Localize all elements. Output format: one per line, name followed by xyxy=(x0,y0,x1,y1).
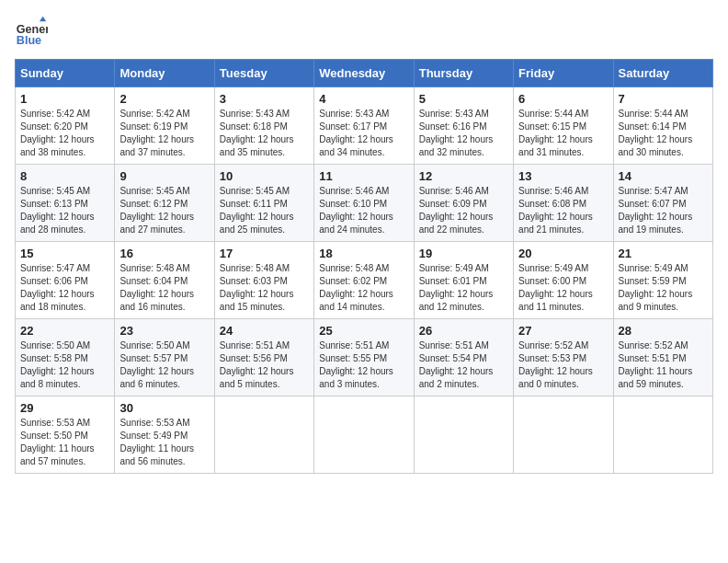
calendar-cell xyxy=(314,396,414,474)
day-number: 12 xyxy=(419,169,508,183)
day-number: 20 xyxy=(518,247,608,260)
weekday-header-row: SundayMondayTuesdayWednesdayThursdayFrid… xyxy=(16,60,713,87)
calendar-week-1: 1Sunrise: 5:42 AM Sunset: 6:20 PM Daylig… xyxy=(16,87,713,165)
calendar-cell: 16Sunrise: 5:48 AM Sunset: 6:04 PM Dayli… xyxy=(115,242,214,319)
day-number: 28 xyxy=(619,324,708,338)
calendar-cell: 13Sunrise: 5:46 AM Sunset: 6:08 PM Dayli… xyxy=(514,165,613,242)
day-number: 6 xyxy=(518,92,608,106)
day-info: Sunrise: 5:48 AM Sunset: 6:03 PM Dayligh… xyxy=(220,262,309,314)
day-info: Sunrise: 5:43 AM Sunset: 6:16 PM Dayligh… xyxy=(419,108,508,159)
day-info: Sunrise: 5:45 AM Sunset: 6:11 PM Dayligh… xyxy=(220,185,309,236)
day-info: Sunrise: 5:47 AM Sunset: 6:07 PM Dayligh… xyxy=(619,185,708,236)
day-info: Sunrise: 5:44 AM Sunset: 6:14 PM Dayligh… xyxy=(619,108,708,159)
calendar-week-2: 8Sunrise: 5:45 AM Sunset: 6:13 PM Daylig… xyxy=(16,165,713,242)
calendar-week-5: 29Sunrise: 5:53 AM Sunset: 5:50 PM Dayli… xyxy=(16,396,713,474)
day-number: 1 xyxy=(20,92,109,106)
calendar-cell: 18Sunrise: 5:48 AM Sunset: 6:02 PM Dayli… xyxy=(314,242,414,319)
day-number: 21 xyxy=(619,247,708,260)
day-number: 2 xyxy=(119,92,209,106)
page-header: General Blue xyxy=(15,15,713,48)
calendar-cell: 20Sunrise: 5:49 AM Sunset: 6:00 PM Dayli… xyxy=(514,242,613,319)
day-number: 9 xyxy=(119,169,209,183)
day-number: 13 xyxy=(518,169,608,183)
calendar-cell: 9Sunrise: 5:45 AM Sunset: 6:12 PM Daylig… xyxy=(115,165,214,242)
day-number: 23 xyxy=(119,324,209,338)
day-info: Sunrise: 5:50 AM Sunset: 5:58 PM Dayligh… xyxy=(20,339,109,391)
calendar-cell: 3Sunrise: 5:43 AM Sunset: 6:18 PM Daylig… xyxy=(214,87,313,165)
weekday-header-sunday: Sunday xyxy=(16,60,115,87)
calendar-cell: 29Sunrise: 5:53 AM Sunset: 5:50 PM Dayli… xyxy=(16,396,115,474)
day-info: Sunrise: 5:45 AM Sunset: 6:12 PM Dayligh… xyxy=(119,185,209,236)
day-number: 19 xyxy=(419,247,508,260)
logo: General Blue xyxy=(15,15,51,48)
calendar-cell: 21Sunrise: 5:49 AM Sunset: 5:59 PM Dayli… xyxy=(613,242,712,319)
day-info: Sunrise: 5:51 AM Sunset: 5:56 PM Dayligh… xyxy=(220,339,309,391)
calendar-cell: 10Sunrise: 5:45 AM Sunset: 6:11 PM Dayli… xyxy=(214,165,313,242)
day-number: 24 xyxy=(220,324,309,338)
svg-text:Blue: Blue xyxy=(17,34,41,47)
day-info: Sunrise: 5:52 AM Sunset: 5:51 PM Dayligh… xyxy=(619,339,708,391)
day-info: Sunrise: 5:42 AM Sunset: 6:19 PM Dayligh… xyxy=(119,108,209,159)
calendar-cell: 5Sunrise: 5:43 AM Sunset: 6:16 PM Daylig… xyxy=(414,87,513,165)
day-info: Sunrise: 5:50 AM Sunset: 5:57 PM Dayligh… xyxy=(119,339,209,391)
weekday-header-friday: Friday xyxy=(514,60,613,87)
day-info: Sunrise: 5:42 AM Sunset: 6:20 PM Dayligh… xyxy=(20,108,109,159)
day-number: 7 xyxy=(619,92,708,106)
calendar-cell: 17Sunrise: 5:48 AM Sunset: 6:03 PM Dayli… xyxy=(214,242,313,319)
day-info: Sunrise: 5:51 AM Sunset: 5:55 PM Dayligh… xyxy=(319,339,408,391)
day-info: Sunrise: 5:44 AM Sunset: 6:15 PM Dayligh… xyxy=(518,108,608,159)
day-number: 10 xyxy=(220,169,309,183)
day-number: 8 xyxy=(20,169,109,183)
day-info: Sunrise: 5:45 AM Sunset: 6:13 PM Dayligh… xyxy=(20,185,109,236)
calendar-week-3: 15Sunrise: 5:47 AM Sunset: 6:06 PM Dayli… xyxy=(16,242,713,319)
calendar-cell: 2Sunrise: 5:42 AM Sunset: 6:19 PM Daylig… xyxy=(115,87,214,165)
calendar-cell xyxy=(414,396,513,474)
day-number: 16 xyxy=(119,247,209,260)
day-number: 26 xyxy=(419,324,508,338)
calendar-cell: 24Sunrise: 5:51 AM Sunset: 5:56 PM Dayli… xyxy=(214,319,313,396)
day-number: 27 xyxy=(518,324,608,338)
day-info: Sunrise: 5:43 AM Sunset: 6:18 PM Dayligh… xyxy=(220,108,309,159)
calendar-cell: 1Sunrise: 5:42 AM Sunset: 6:20 PM Daylig… xyxy=(16,87,115,165)
calendar-table: SundayMondayTuesdayWednesdayThursdayFrid… xyxy=(15,59,713,474)
day-number: 15 xyxy=(20,247,109,260)
day-number: 4 xyxy=(319,92,408,106)
day-info: Sunrise: 5:53 AM Sunset: 5:50 PM Dayligh… xyxy=(20,417,109,468)
calendar-cell: 30Sunrise: 5:53 AM Sunset: 5:49 PM Dayli… xyxy=(115,396,214,474)
calendar-cell: 7Sunrise: 5:44 AM Sunset: 6:14 PM Daylig… xyxy=(613,87,712,165)
weekday-header-tuesday: Tuesday xyxy=(214,60,313,87)
weekday-header-thursday: Thursday xyxy=(414,60,513,87)
day-number: 29 xyxy=(20,401,109,415)
day-number: 17 xyxy=(220,247,309,260)
day-number: 18 xyxy=(319,247,408,260)
day-number: 22 xyxy=(20,324,109,338)
day-info: Sunrise: 5:53 AM Sunset: 5:49 PM Dayligh… xyxy=(119,417,209,468)
calendar-cell: 27Sunrise: 5:52 AM Sunset: 5:53 PM Dayli… xyxy=(514,319,613,396)
calendar-cell xyxy=(514,396,613,474)
calendar-cell: 23Sunrise: 5:50 AM Sunset: 5:57 PM Dayli… xyxy=(115,319,214,396)
calendar-cell: 4Sunrise: 5:43 AM Sunset: 6:17 PM Daylig… xyxy=(314,87,414,165)
weekday-header-monday: Monday xyxy=(115,60,214,87)
day-number: 25 xyxy=(319,324,408,338)
logo-icon: General Blue xyxy=(15,15,48,48)
day-number: 5 xyxy=(419,92,508,106)
calendar-cell: 11Sunrise: 5:46 AM Sunset: 6:10 PM Dayli… xyxy=(314,165,414,242)
calendar-cell: 28Sunrise: 5:52 AM Sunset: 5:51 PM Dayli… xyxy=(613,319,712,396)
day-info: Sunrise: 5:49 AM Sunset: 6:01 PM Dayligh… xyxy=(419,262,508,314)
calendar-cell xyxy=(214,396,313,474)
weekday-header-saturday: Saturday xyxy=(613,60,712,87)
calendar-cell xyxy=(613,396,712,474)
day-number: 11 xyxy=(319,169,408,183)
day-info: Sunrise: 5:52 AM Sunset: 5:53 PM Dayligh… xyxy=(518,339,608,391)
calendar-cell: 26Sunrise: 5:51 AM Sunset: 5:54 PM Dayli… xyxy=(414,319,513,396)
calendar-week-4: 22Sunrise: 5:50 AM Sunset: 5:58 PM Dayli… xyxy=(16,319,713,396)
day-info: Sunrise: 5:46 AM Sunset: 6:10 PM Dayligh… xyxy=(319,185,408,236)
calendar-cell: 8Sunrise: 5:45 AM Sunset: 6:13 PM Daylig… xyxy=(16,165,115,242)
day-info: Sunrise: 5:43 AM Sunset: 6:17 PM Dayligh… xyxy=(319,108,408,159)
day-number: 14 xyxy=(619,169,708,183)
day-info: Sunrise: 5:49 AM Sunset: 5:59 PM Dayligh… xyxy=(619,262,708,314)
calendar-cell: 12Sunrise: 5:46 AM Sunset: 6:09 PM Dayli… xyxy=(414,165,513,242)
day-info: Sunrise: 5:46 AM Sunset: 6:09 PM Dayligh… xyxy=(419,185,508,236)
calendar-cell: 6Sunrise: 5:44 AM Sunset: 6:15 PM Daylig… xyxy=(514,87,613,165)
calendar-cell: 25Sunrise: 5:51 AM Sunset: 5:55 PM Dayli… xyxy=(314,319,414,396)
